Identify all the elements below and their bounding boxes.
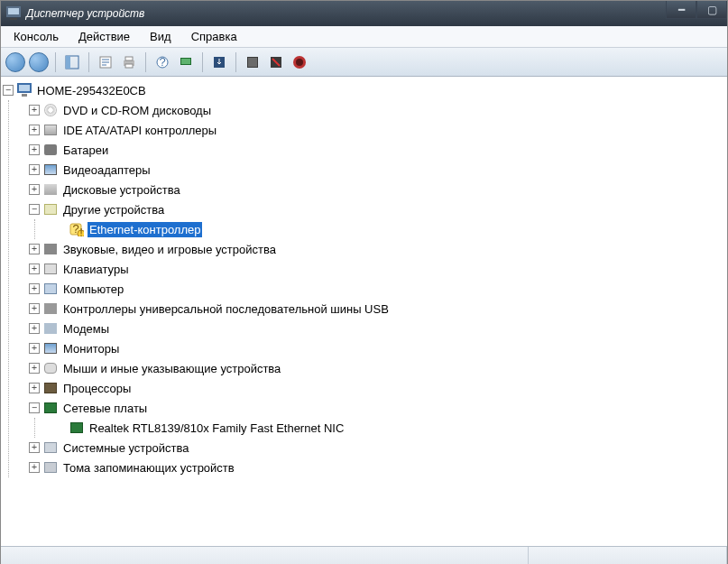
tree-item[interactable]: +Видеоадаптеры bbox=[29, 160, 725, 180]
computer-icon bbox=[17, 83, 32, 97]
mouse-icon bbox=[43, 361, 58, 375]
tree-item-label[interactable]: Другие устройства bbox=[61, 202, 166, 217]
tree-item[interactable]: +Контроллеры универсальной последователь… bbox=[29, 299, 725, 319]
window-controls: ━ ▢ bbox=[666, 1, 727, 19]
tree-item[interactable]: +Модемы bbox=[29, 319, 725, 338]
tree-item[interactable]: +IDE ATA/ATAPI контроллеры bbox=[29, 120, 725, 140]
tree-item[interactable]: +Мыши и иные указывающие устройства bbox=[29, 358, 725, 378]
tree-item-label[interactable]: Тома запоминающих устройств bbox=[61, 460, 236, 476]
tree-item-label[interactable]: Дисковые устройства bbox=[61, 182, 182, 198]
collapse-toggle[interactable]: − bbox=[29, 402, 40, 413]
print-button[interactable] bbox=[118, 51, 140, 73]
expand-toggle[interactable]: + bbox=[29, 184, 40, 195]
tree-item-label[interactable]: Компьютер bbox=[61, 282, 125, 297]
nav-forward-button[interactable] bbox=[28, 51, 50, 73]
help-button[interactable]: ? bbox=[152, 51, 173, 73]
tree-item[interactable]: +Батареи bbox=[29, 140, 725, 160]
expand-toggle[interactable]: + bbox=[29, 343, 40, 354]
status-cell bbox=[1, 547, 529, 564]
properties-button[interactable] bbox=[95, 51, 116, 73]
keyboard-icon bbox=[43, 262, 58, 276]
expand-toggle[interactable]: + bbox=[29, 442, 40, 453]
maximize-button[interactable]: ▢ bbox=[696, 1, 727, 19]
tree-item[interactable]: +DVD и CD-ROM дисководы bbox=[29, 100, 725, 120]
sound-icon bbox=[43, 242, 58, 256]
disk-icon bbox=[43, 182, 58, 197]
usb-icon bbox=[43, 301, 58, 316]
svg-rect-20 bbox=[19, 85, 30, 91]
expand-toggle[interactable]: + bbox=[29, 164, 40, 175]
show-hide-tree-button[interactable] bbox=[61, 51, 83, 73]
expand-toggle[interactable]: + bbox=[29, 125, 40, 135]
cpu-icon bbox=[43, 381, 58, 395]
menu-console[interactable]: Консоль bbox=[5, 28, 68, 45]
tree-item[interactable]: +Системные устройства bbox=[29, 438, 725, 458]
tree-item-label[interactable]: Модемы bbox=[61, 321, 111, 337]
svg-rect-15 bbox=[248, 58, 257, 67]
tree-item-label[interactable]: Сетевые платы bbox=[61, 401, 149, 416]
expand-toggle[interactable]: + bbox=[29, 383, 40, 393]
scan-hardware-button[interactable] bbox=[175, 51, 197, 73]
modem-icon bbox=[43, 321, 58, 336]
tree-item[interactable]: −Другие устройства bbox=[29, 199, 725, 219]
svg-rect-4 bbox=[66, 56, 70, 69]
toolbar-separator bbox=[88, 52, 89, 72]
tree-item-label[interactable]: IDE ATA/ATAPI контроллеры bbox=[61, 123, 218, 138]
tree-item[interactable]: +Клавиатуры bbox=[29, 259, 725, 279]
menu-action[interactable]: Действие bbox=[69, 28, 139, 45]
tree-item-label[interactable]: DVD и CD-ROM дисководы bbox=[61, 103, 213, 118]
tree-item[interactable]: +Процессоры bbox=[29, 378, 725, 398]
tree-item[interactable]: ?!Ethernet-контроллер bbox=[55, 219, 725, 239]
tree-item-label[interactable]: Контроллеры универсальной последовательн… bbox=[61, 301, 391, 317]
tree-item-label[interactable]: Звуковые, видео и игровые устройства bbox=[61, 242, 278, 257]
tree-item[interactable]: +Тома запоминающих устройств bbox=[29, 458, 725, 477]
monitor-icon bbox=[43, 162, 58, 177]
device-manager-window: Диспетчер устройств ━ ▢ Консоль Действие… bbox=[0, 0, 728, 564]
expand-toggle[interactable]: + bbox=[29, 363, 40, 374]
tree-item[interactable]: −Сетевые платы bbox=[29, 398, 725, 418]
disable-button[interactable] bbox=[265, 51, 287, 73]
minimize-button[interactable]: ━ bbox=[666, 1, 696, 19]
tree-item-label[interactable]: Клавиатуры bbox=[61, 262, 131, 277]
expand-toggle[interactable]: + bbox=[29, 283, 40, 294]
tree-item-label[interactable]: Видеоадаптеры bbox=[61, 162, 152, 178]
enable-button[interactable] bbox=[289, 51, 310, 73]
tree-item-label[interactable]: Ethernet-контроллер bbox=[88, 222, 202, 237]
tree-item-label[interactable]: Realtek RTL8139/810x Family Fast Etherne… bbox=[88, 421, 346, 436]
tree-item[interactable]: Realtek RTL8139/810x Family Fast Etherne… bbox=[55, 418, 725, 438]
svg-text:?: ? bbox=[159, 55, 165, 69]
expand-toggle[interactable]: + bbox=[29, 323, 40, 334]
expand-toggle[interactable]: + bbox=[29, 244, 40, 254]
tree-item[interactable]: +Компьютер bbox=[29, 279, 725, 299]
update-driver-button[interactable] bbox=[208, 51, 230, 73]
collapse-toggle[interactable]: − bbox=[29, 204, 40, 215]
tree-spacer bbox=[55, 422, 66, 433]
expand-toggle[interactable]: + bbox=[29, 303, 40, 314]
status-cell bbox=[529, 547, 727, 564]
tree-item-label[interactable]: Батареи bbox=[61, 143, 110, 158]
expand-toggle[interactable]: + bbox=[29, 144, 40, 155]
menu-help[interactable]: Справка bbox=[182, 28, 246, 45]
nav-back-button[interactable] bbox=[5, 51, 26, 73]
ide-icon bbox=[43, 123, 58, 137]
tree-item[interactable]: +Дисковые устройства bbox=[29, 180, 725, 199]
tree-item-label[interactable]: Системные устройства bbox=[61, 440, 190, 456]
disc-icon bbox=[43, 103, 58, 117]
collapse-toggle[interactable]: − bbox=[3, 85, 14, 96]
tree-item-label[interactable]: HOME-295432E0CB bbox=[35, 83, 148, 98]
tree-item[interactable]: −HOME-295432E0CB bbox=[3, 80, 725, 100]
svg-rect-8 bbox=[125, 64, 133, 68]
tree-item-label[interactable]: Процессоры bbox=[61, 381, 133, 396]
menubar: Консоль Действие Вид Справка bbox=[1, 26, 727, 48]
tree-item-label[interactable]: Мониторы bbox=[61, 341, 121, 356]
expand-toggle[interactable]: + bbox=[29, 105, 40, 116]
expand-toggle[interactable]: + bbox=[29, 462, 40, 473]
expand-toggle[interactable]: + bbox=[29, 264, 40, 274]
uninstall-button[interactable] bbox=[242, 51, 263, 73]
titlebar[interactable]: Диспетчер устройств ━ ▢ bbox=[1, 1, 727, 26]
tree-item-label[interactable]: Мыши и иные указывающие устройства bbox=[61, 361, 282, 376]
menu-view[interactable]: Вид bbox=[141, 28, 180, 45]
tree-item[interactable]: +Мониторы bbox=[29, 338, 725, 358]
tree-item[interactable]: +Звуковые, видео и игровые устройства bbox=[29, 239, 725, 259]
device-tree[interactable]: −HOME-295432E0CB+DVD и CD-ROM дисководы+… bbox=[1, 77, 727, 546]
